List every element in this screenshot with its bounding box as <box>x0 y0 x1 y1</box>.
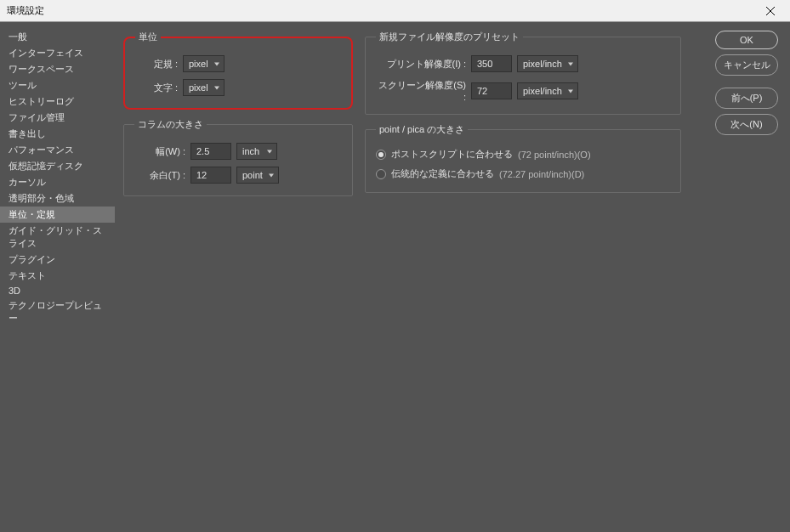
close-icon <box>766 7 775 15</box>
margin-unit-select[interactable]: point <box>236 167 279 184</box>
sidebar-item[interactable]: 3D <box>0 284 115 297</box>
pica-opt1-suffix: (72 point/inch)(O) <box>518 150 591 160</box>
margin-input[interactable]: 12 <box>190 167 231 184</box>
ok-button[interactable]: OK <box>715 31 778 49</box>
print-res-unit-select[interactable]: pixel/inch <box>517 55 578 72</box>
sidebar-item[interactable]: ワークスペース <box>0 61 115 77</box>
ruler-select[interactable]: pixel <box>183 55 224 72</box>
preset-legend: 新規ファイル解像度のプリセット <box>376 31 523 43</box>
dialog-buttons: OK キャンセル 前へ(P) 次へ(N) <box>715 31 778 135</box>
column-size-group: コラムの大きさ 幅(W) : 2.5 inch 余白(T) : 12 point <box>123 118 353 196</box>
sidebar-item[interactable]: 透明部分・色域 <box>0 190 115 207</box>
body: 一般インターフェイスワークスペースツールヒストリーログファイル管理書き出しパフォ… <box>0 22 790 532</box>
width-unit-select[interactable]: inch <box>236 143 277 160</box>
resolution-preset-group: 新規ファイル解像度のプリセット プリント解像度(I) : 350 pixel/i… <box>365 31 681 115</box>
point-pica-group: point / pica の大きさ ポストスクリプトに合わせる (72 poin… <box>365 123 681 193</box>
sidebar-item[interactable]: インターフェイス <box>0 45 115 61</box>
sidebar-item[interactable]: 単位・定規 <box>0 207 115 223</box>
sidebar-item[interactable]: テキスト <box>0 268 115 284</box>
pica-option-traditional[interactable]: 伝統的な定義に合わせる (72.27 point/inch)(D) <box>376 167 670 180</box>
sidebar-item[interactable]: 一般 <box>0 29 115 45</box>
next-button[interactable]: 次へ(N) <box>715 114 778 135</box>
pica-opt1-label: ポストスクリプトに合わせる <box>391 148 513 161</box>
pica-opt2-label: 伝統的な定義に合わせる <box>391 167 494 180</box>
titlebar: 環境設定 <box>0 0 790 22</box>
main-content: 単位 定規 : pixel 文字 : pixel コラムの大きさ <box>115 22 790 532</box>
sidebar-item[interactable]: プラグイン <box>0 252 115 268</box>
width-input[interactable]: 2.5 <box>190 143 231 160</box>
ruler-label: 定規 : <box>135 58 178 71</box>
preferences-window: 環境設定 一般インターフェイスワークスペースツールヒストリーログファイル管理書き… <box>0 0 790 532</box>
margin-label: 余白(T) : <box>134 169 185 182</box>
screen-res-unit-select[interactable]: pixel/inch <box>517 82 578 99</box>
print-res-label: プリント解像度(I) : <box>376 58 466 71</box>
sidebar: 一般インターフェイスワークスペースツールヒストリーログファイル管理書き出しパフォ… <box>0 22 115 532</box>
print-res-input[interactable]: 350 <box>471 55 512 72</box>
radio-icon <box>376 150 386 160</box>
pica-legend: point / pica の大きさ <box>376 123 468 136</box>
prev-button[interactable]: 前へ(P) <box>715 88 778 109</box>
radio-icon <box>376 169 386 179</box>
sidebar-item[interactable]: ツール <box>0 77 115 93</box>
sidebar-item[interactable]: 仮想記憶ディスク <box>0 158 115 174</box>
width-label: 幅(W) : <box>134 145 185 158</box>
screen-res-label: スクリーン解像度(S) : <box>376 79 466 102</box>
cancel-button[interactable]: キャンセル <box>715 54 778 76</box>
sidebar-item[interactable]: 書き出し <box>0 126 115 142</box>
sidebar-item[interactable]: テクノロジープレビュー <box>0 297 115 326</box>
screen-res-input[interactable]: 72 <box>471 82 512 99</box>
units-group: 単位 定規 : pixel 文字 : pixel <box>123 31 353 110</box>
sidebar-item[interactable]: ガイド・グリッド・スライス <box>0 223 115 252</box>
window-title: 環境設定 <box>7 4 44 17</box>
pica-opt2-suffix: (72.27 point/inch)(D) <box>499 169 584 179</box>
sidebar-item[interactable]: パフォーマンス <box>0 142 115 158</box>
sidebar-item[interactable]: カーソル <box>0 174 115 190</box>
close-button[interactable] <box>758 3 783 20</box>
column-legend: コラムの大きさ <box>134 118 207 131</box>
sidebar-item[interactable]: ヒストリーログ <box>0 93 115 110</box>
pica-option-postscript[interactable]: ポストスクリプトに合わせる (72 point/inch)(O) <box>376 148 670 161</box>
sidebar-item[interactable]: ファイル管理 <box>0 110 115 126</box>
units-legend: 単位 <box>135 31 161 43</box>
type-label: 文字 : <box>135 82 178 94</box>
type-select[interactable]: pixel <box>183 79 224 96</box>
